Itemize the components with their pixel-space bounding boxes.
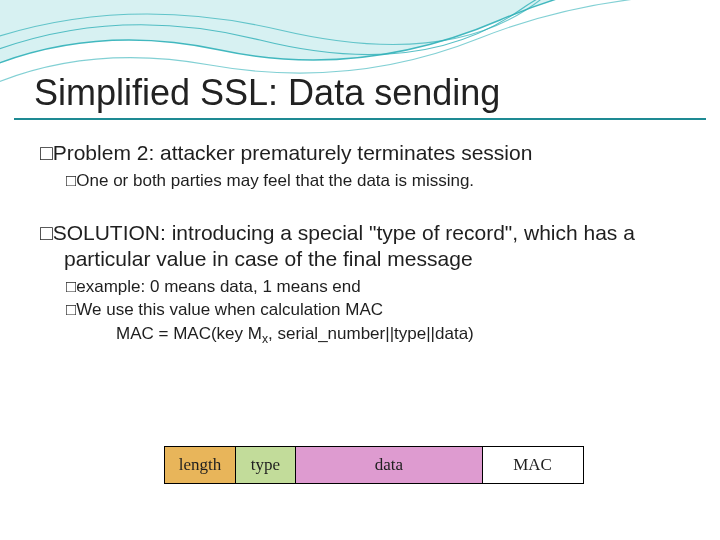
- solution-line: □SOLUTION: introducing a special "type o…: [40, 220, 680, 273]
- mac-formula: MAC = MAC(key Mx, serial_number||type||d…: [116, 323, 680, 348]
- slide-body: □Problem 2: attacker prematurely termina…: [40, 140, 680, 347]
- record-structure: length type data MAC: [164, 446, 584, 484]
- bullet-icon: □: [66, 277, 76, 296]
- problem-line: □Problem 2: attacker prematurely termina…: [40, 140, 680, 166]
- mac-formula-suffix: , serial_number||type||data): [268, 324, 474, 343]
- title-underline: [14, 118, 706, 120]
- mac-intro-text: We use this value when calculation MAC: [76, 300, 383, 319]
- bullet-icon: □: [66, 171, 76, 190]
- bullet-icon: □: [40, 141, 53, 164]
- example-text: example: 0 means data, 1 means end: [76, 277, 360, 296]
- slide-title: Simplified SSL: Data sending: [34, 72, 500, 114]
- record-cell-type: type: [235, 446, 297, 484]
- bullet-icon: □: [66, 300, 76, 319]
- solution-text: SOLUTION: introducing a special "type of…: [53, 221, 635, 270]
- problem-sub-text: One or both parties may feel that the da…: [76, 171, 474, 190]
- mac-formula-prefix: MAC = MAC(key M: [116, 324, 262, 343]
- mac-intro-line: □We use this value when calculation MAC: [66, 299, 680, 320]
- problem-text: Problem 2: attacker prematurely terminat…: [53, 141, 533, 164]
- example-line: □example: 0 means data, 1 means end: [66, 276, 680, 297]
- record-cell-length: length: [164, 446, 236, 484]
- record-cell-data: data: [295, 446, 483, 484]
- record-cell-mac: MAC: [482, 446, 584, 484]
- problem-sub-line: □One or both parties may feel that the d…: [66, 170, 680, 191]
- bullet-icon: □: [40, 221, 53, 244]
